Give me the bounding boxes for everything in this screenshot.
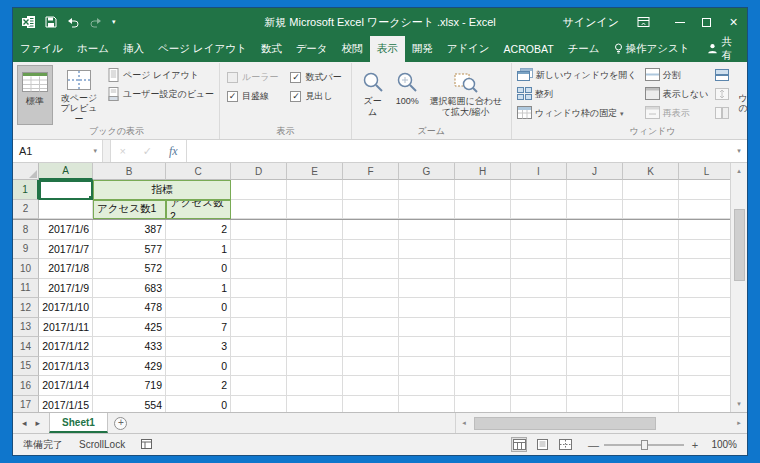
cell-D2[interactable] — [231, 200, 287, 220]
col-header-E[interactable]: E — [287, 163, 343, 180]
normal-view-shortcut[interactable] — [511, 437, 527, 452]
page-layout-button[interactable]: ページ レイアウト — [105, 66, 216, 85]
col-header-C[interactable]: C — [166, 163, 231, 180]
cell-C11[interactable]: 1 — [166, 279, 231, 299]
scroll-left-icon[interactable]: ◂ — [456, 419, 472, 427]
cell-E2[interactable] — [287, 200, 343, 220]
col-header-K[interactable]: K — [623, 163, 679, 180]
cell-K10[interactable] — [623, 259, 679, 279]
previous-sheet-icon[interactable]: ◂ — [22, 418, 27, 428]
cell-F10[interactable] — [343, 259, 399, 279]
cell-D9[interactable] — [231, 240, 287, 260]
cell-A10[interactable]: 2017/1/8 — [39, 259, 93, 279]
row-header-17[interactable]: 17 — [13, 396, 39, 413]
expand-formula-bar-icon[interactable]: ▾ — [731, 140, 747, 162]
cell-G10[interactable] — [399, 259, 455, 279]
col-header-A[interactable]: A — [39, 163, 93, 180]
cell-F14[interactable] — [343, 337, 399, 357]
cell-I11[interactable] — [511, 279, 567, 299]
cell-L15[interactable] — [679, 357, 730, 377]
cell-G14[interactable] — [399, 337, 455, 357]
cell-C10[interactable]: 0 — [166, 259, 231, 279]
cell-G13[interactable] — [399, 318, 455, 338]
cell-L1[interactable] — [679, 180, 730, 200]
name-box[interactable]: A1 ▾ — [13, 140, 103, 162]
cell-B1-C1-merged[interactable]: 指標 — [93, 180, 231, 200]
cell-G16[interactable] — [399, 376, 455, 396]
cell-L14[interactable] — [679, 337, 730, 357]
cell-J12[interactable] — [567, 298, 623, 318]
cell-H13[interactable] — [455, 318, 511, 338]
zoom-to-selection-button[interactable]: 選択範囲に合わせて拡大/縮小 — [424, 65, 508, 125]
cell-I14[interactable] — [511, 337, 567, 357]
cell-B14[interactable]: 433 — [93, 337, 166, 357]
cell-E15[interactable] — [287, 357, 343, 377]
ribbon-tab-developer[interactable]: 開発 — [405, 36, 440, 62]
cell-B11[interactable]: 683 — [93, 279, 166, 299]
cell-K16[interactable] — [623, 376, 679, 396]
new-window-button[interactable]: 新しいウィンドウを開く — [515, 66, 639, 85]
col-header-D[interactable]: D — [231, 163, 287, 180]
cell-B9[interactable]: 577 — [93, 240, 166, 260]
cell-D17[interactable] — [231, 396, 287, 413]
cell-L8[interactable] — [679, 220, 730, 240]
cell-F2[interactable] — [343, 200, 399, 220]
zoom-100-button[interactable]: 100% — [391, 65, 424, 125]
cell-A8[interactable]: 2017/1/6 — [39, 220, 93, 240]
cell-K2[interactable] — [623, 200, 679, 220]
redo-icon[interactable] — [89, 17, 103, 28]
cell-I8[interactable] — [511, 220, 567, 240]
cell-C14[interactable]: 3 — [166, 337, 231, 357]
cell-H11[interactable] — [455, 279, 511, 299]
ribbon-tab-view[interactable]: 表示 — [370, 36, 405, 62]
cell-E14[interactable] — [287, 337, 343, 357]
cell-C17[interactable]: 0 — [166, 396, 231, 413]
freeze-panes-button[interactable]: ウィンドウ枠の固定 ▾ — [515, 104, 639, 123]
cell-I12[interactable] — [511, 298, 567, 318]
cell-F9[interactable] — [343, 240, 399, 260]
vertical-scrollbar[interactable]: ▴ ▾ — [730, 163, 747, 412]
cell-G15[interactable] — [399, 357, 455, 377]
zoom-button[interactable]: ズーム — [355, 65, 391, 125]
cell-A1[interactable] — [39, 180, 93, 200]
cell-E13[interactable] — [287, 318, 343, 338]
cell-H17[interactable] — [455, 396, 511, 413]
macro-record-icon[interactable] — [141, 439, 152, 451]
fill-handle[interactable] — [88, 195, 93, 200]
cell-I16[interactable] — [511, 376, 567, 396]
scroll-down-icon[interactable]: ▾ — [731, 396, 747, 412]
cell-H10[interactable] — [455, 259, 511, 279]
normal-view-button[interactable]: 標準 — [17, 65, 53, 125]
cell-C2[interactable]: アクセス数2 — [166, 200, 231, 220]
custom-views-button[interactable]: ユーザー設定のビュー — [105, 85, 216, 104]
cell-F15[interactable] — [343, 357, 399, 377]
cell-I13[interactable] — [511, 318, 567, 338]
cell-C9[interactable]: 1 — [166, 240, 231, 260]
cell-B12[interactable]: 478 — [93, 298, 166, 318]
cell-J17[interactable] — [567, 396, 623, 413]
row-header-12[interactable]: 12 — [13, 298, 39, 318]
cell-D10[interactable] — [231, 259, 287, 279]
row-header-14[interactable]: 14 — [13, 337, 39, 357]
cell-A9[interactable]: 2017/1/7 — [39, 240, 93, 260]
cell-E1[interactable] — [287, 180, 343, 200]
insert-function-icon[interactable]: fx — [169, 144, 178, 159]
cell-H8[interactable] — [455, 220, 511, 240]
col-header-J[interactable]: J — [567, 163, 623, 180]
ribbon-tab-add-ins[interactable]: アドイン — [440, 36, 497, 62]
page-break-preview-button[interactable]: 改ページ プレビュー — [53, 65, 105, 125]
reset-window-position-button[interactable] — [712, 104, 732, 123]
cell-B10[interactable]: 572 — [93, 259, 166, 279]
cell-E9[interactable] — [287, 240, 343, 260]
scroll-lock-indicator[interactable]: ScrollLock — [79, 439, 125, 450]
zoom-level[interactable]: 100% — [707, 439, 737, 450]
cell-F13[interactable] — [343, 318, 399, 338]
col-header-I[interactable]: I — [511, 163, 567, 180]
cell-G11[interactable] — [399, 279, 455, 299]
horizontal-scroll-thumb[interactable] — [474, 417, 656, 430]
cell-F16[interactable] — [343, 376, 399, 396]
cell-H12[interactable] — [455, 298, 511, 318]
cell-E17[interactable] — [287, 396, 343, 413]
split-button[interactable]: 分割 — [643, 66, 711, 85]
zoom-in-button[interactable]: + — [690, 439, 700, 451]
